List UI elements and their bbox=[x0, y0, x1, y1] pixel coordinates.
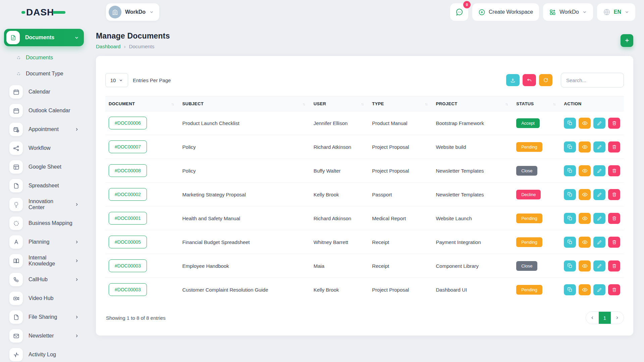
search-input[interactable] bbox=[561, 73, 624, 87]
trash-icon bbox=[612, 287, 617, 292]
edit-button[interactable] bbox=[593, 118, 605, 129]
sidebar-item-label: Workflow bbox=[29, 145, 79, 151]
page-number-button[interactable]: 1 bbox=[599, 312, 611, 324]
project-cell: Component Library bbox=[433, 254, 513, 278]
view-button[interactable] bbox=[579, 284, 591, 295]
edit-button[interactable] bbox=[593, 189, 605, 200]
sidebar-item-documents[interactable]: Documents bbox=[4, 29, 84, 46]
sidebar-item-callhub[interactable]: CallHub bbox=[4, 270, 84, 289]
chevron-right-icon bbox=[74, 334, 79, 338]
copy-button[interactable] bbox=[564, 284, 576, 295]
sidebar-item-planning[interactable]: Planning bbox=[4, 233, 84, 251]
document-id-button[interactable]: #DOC00001 bbox=[109, 212, 147, 225]
table-row: #DOC00005Financial Budget SpreadsheetWhi… bbox=[105, 230, 624, 254]
user-cell: Richard Atkinson bbox=[310, 135, 369, 159]
delete-button[interactable] bbox=[608, 260, 620, 272]
view-button[interactable] bbox=[579, 118, 591, 129]
copy-button[interactable] bbox=[564, 237, 576, 248]
delete-button[interactable] bbox=[608, 213, 620, 224]
sidebar-item-newsletter[interactable]: Newsletter bbox=[4, 326, 84, 345]
sidebar-subitem-documents[interactable]: Documents bbox=[4, 50, 84, 66]
type-cell: Project Proposal bbox=[369, 159, 432, 183]
copy-icon bbox=[567, 120, 573, 126]
sidebar-item-video-hub[interactable]: Video Hub bbox=[4, 289, 84, 308]
status-badge: Close bbox=[516, 261, 537, 271]
document-id-button[interactable]: #DOC00003 bbox=[109, 259, 147, 272]
column-header-subject[interactable]: SUBJECT↑↓ bbox=[179, 97, 310, 111]
edit-button[interactable] bbox=[593, 260, 605, 272]
sidebar-item-appointment[interactable]: Appointment bbox=[4, 120, 84, 139]
edit-button[interactable] bbox=[593, 165, 605, 176]
sidebar-subitem-document-type[interactable]: Document Type bbox=[4, 66, 84, 82]
status-badge: Decline bbox=[516, 190, 541, 199]
project-cell: Website build bbox=[433, 135, 513, 159]
sidebar-item-workflow[interactable]: Workflow bbox=[4, 139, 84, 158]
view-button[interactable] bbox=[579, 141, 591, 153]
column-header-document[interactable]: DOCUMENT↑↓ bbox=[105, 97, 179, 111]
user-cell: Jennifer Ellison bbox=[310, 111, 369, 135]
sidebar-item-calendar[interactable]: Calendar bbox=[4, 82, 84, 101]
document-id-button[interactable]: #DOC00003 bbox=[109, 283, 147, 296]
view-button[interactable] bbox=[579, 189, 591, 200]
delete-button[interactable] bbox=[608, 165, 620, 176]
edit-button[interactable] bbox=[593, 237, 605, 248]
sidebar-item-label: Google Sheet bbox=[29, 164, 79, 170]
brand-logo[interactable]: DASH bbox=[21, 5, 72, 19]
sidebar-item-business-mapping[interactable]: Business Mapping bbox=[4, 214, 84, 233]
delete-button[interactable] bbox=[608, 118, 620, 129]
workdo-menu-button[interactable]: WorkDo bbox=[543, 3, 593, 21]
refresh-button[interactable] bbox=[539, 74, 552, 86]
add-document-button[interactable] bbox=[621, 34, 633, 47]
view-button[interactable] bbox=[579, 237, 591, 248]
delete-button[interactable] bbox=[608, 284, 620, 295]
delete-button[interactable] bbox=[608, 141, 620, 153]
entries-per-page-select[interactable]: 10 bbox=[105, 73, 128, 87]
copy-button[interactable] bbox=[564, 141, 576, 153]
breadcrumb-dashboard-link[interactable]: Dashboard bbox=[96, 44, 120, 49]
next-page-button[interactable] bbox=[611, 312, 624, 324]
project-cell: Bootstrap Framework bbox=[433, 111, 513, 135]
document-id-button[interactable]: #DOC00006 bbox=[109, 117, 147, 129]
column-header-project[interactable]: PROJECT↑↓ bbox=[433, 97, 513, 111]
document-id-button[interactable]: #DOC00002 bbox=[109, 188, 147, 201]
edit-button[interactable] bbox=[593, 141, 605, 153]
document-id-button[interactable]: #DOC00008 bbox=[109, 164, 147, 177]
showing-entries-text: Showing 1 to 8 of 8 entries bbox=[105, 315, 166, 321]
document-id-button[interactable]: #DOC00007 bbox=[109, 140, 147, 153]
messages-button[interactable]: 0 bbox=[450, 3, 468, 21]
reset-button[interactable] bbox=[523, 74, 536, 86]
sidebar-item-file-sharing[interactable]: File Sharing bbox=[4, 308, 84, 326]
delete-button[interactable] bbox=[608, 237, 620, 248]
workspace-selector[interactable]: WorkDo bbox=[106, 3, 159, 21]
copy-button[interactable] bbox=[564, 213, 576, 224]
subject-cell: Policy bbox=[179, 135, 310, 159]
status-badge: Pending bbox=[516, 285, 542, 295]
view-button[interactable] bbox=[579, 165, 591, 176]
sidebar-item-internal-knowledge[interactable]: Internal Knowledge bbox=[4, 251, 84, 270]
edit-button[interactable] bbox=[593, 213, 605, 224]
delete-button[interactable] bbox=[608, 189, 620, 200]
sidebar-item-spreadsheet[interactable]: Spreadsheet bbox=[4, 176, 84, 195]
copy-button[interactable] bbox=[564, 260, 576, 272]
calendar-icon bbox=[9, 85, 23, 99]
sidebar-item-outlook-calendar[interactable]: Outlook Calendar bbox=[4, 101, 84, 120]
column-header-type[interactable]: TYPE↑↓ bbox=[369, 97, 432, 111]
language-label: EN bbox=[614, 9, 621, 15]
previous-page-button[interactable] bbox=[586, 312, 599, 324]
column-header-status[interactable]: STATUS↑↓ bbox=[513, 97, 560, 111]
copy-button[interactable] bbox=[564, 165, 576, 176]
copy-button[interactable] bbox=[564, 118, 576, 129]
lightbulb-icon bbox=[9, 198, 23, 211]
language-selector[interactable]: EN bbox=[597, 3, 635, 21]
column-header-user[interactable]: USER↑↓ bbox=[310, 97, 369, 111]
create-workspace-button[interactable]: Create Workspace bbox=[472, 3, 539, 21]
sidebar-item-activity-log[interactable]: Activity Log bbox=[4, 345, 84, 362]
document-id-button[interactable]: #DOC00005 bbox=[109, 236, 147, 248]
sidebar-item-innovation-center[interactable]: Innovation Center bbox=[4, 195, 84, 214]
sidebar-item-google-sheet[interactable]: Google Sheet bbox=[4, 158, 84, 176]
view-button[interactable] bbox=[579, 260, 591, 272]
export-button[interactable] bbox=[506, 74, 520, 86]
edit-button[interactable] bbox=[593, 284, 605, 295]
view-button[interactable] bbox=[579, 213, 591, 224]
copy-button[interactable] bbox=[564, 189, 576, 200]
